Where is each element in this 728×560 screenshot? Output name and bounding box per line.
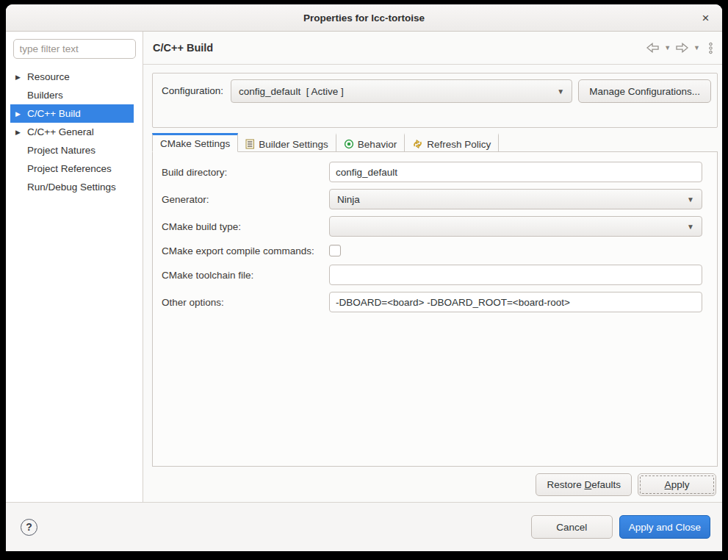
chevron-down-icon: ▼	[687, 195, 694, 204]
export-compile-commands-checkbox[interactable]	[329, 245, 341, 256]
sidebar-item-label: Project References	[27, 163, 112, 174]
expander-icon[interactable]: ▶	[15, 73, 27, 81]
properties-sidebar: ▶ Resource Builders ▶ C/C++ Build ▶ C/C+…	[6, 32, 143, 502]
export-compile-commands-label: CMake export compile commands:	[162, 245, 329, 256]
configuration-value: config_default [ Active ]	[239, 86, 551, 97]
main-pane: C/C++ Build ▼ ▼	[143, 32, 722, 502]
tab-label: CMake Settings	[160, 138, 230, 149]
filter-input[interactable]	[13, 39, 136, 59]
toolchain-file-label: CMake toolchain file:	[162, 270, 329, 281]
builder-settings-icon	[245, 139, 255, 149]
back-icon[interactable]	[646, 43, 659, 53]
dialog-actions: Cancel Apply and Close	[531, 515, 710, 539]
sidebar-item-builders[interactable]: Builders	[10, 86, 134, 104]
page-header: C/C++ Build ▼ ▼	[143, 32, 722, 65]
build-directory-input[interactable]	[329, 162, 702, 182]
toolchain-file-input[interactable]	[329, 265, 702, 285]
generator-select[interactable]: Ninja ▼	[329, 189, 702, 209]
close-icon[interactable]: ×	[696, 9, 715, 27]
generator-value: Ninja	[337, 194, 681, 205]
cmake-build-type-label: CMake build type:	[162, 221, 329, 232]
forward-icon[interactable]	[676, 43, 688, 53]
sidebar-item-label: C/C++ General	[27, 126, 94, 137]
cmake-settings-form: Build directory: Generator: Ninja ▼ CMak…	[162, 162, 702, 312]
sidebar-item-resource[interactable]: ▶ Resource	[10, 68, 134, 86]
sidebar-item-project-references[interactable]: Project References	[10, 159, 134, 178]
sidebar-item-label: Builders	[27, 90, 63, 101]
sidebar-item-label: Resource	[27, 71, 70, 82]
title-bar: Properties for lcc-tortoise ×	[6, 4, 722, 32]
sidebar-item-cpp-build[interactable]: ▶ C/C++ Build	[10, 104, 134, 123]
window-title: Properties for lcc-tortoise	[303, 12, 425, 24]
cancel-button[interactable]: Cancel	[531, 515, 613, 539]
expander-icon[interactable]: ▶	[15, 129, 27, 136]
back-history-dropdown-icon[interactable]: ▼	[664, 44, 671, 51]
refresh-policy-icon	[412, 139, 423, 149]
cmake-settings-panel: Build directory: Generator: Ninja ▼ CMak…	[152, 151, 718, 467]
sidebar-item-label: Run/Debug Settings	[27, 182, 116, 193]
forward-history-dropdown-icon[interactable]: ▼	[693, 44, 700, 51]
tab-label: Behavior	[358, 139, 397, 150]
manage-configurations-button[interactable]: Manage Configurations...	[578, 79, 711, 103]
apply-and-close-button[interactable]: Apply and Close	[619, 515, 710, 539]
chevron-down-icon: ▼	[557, 87, 564, 96]
tab-label: Refresh Policy	[427, 139, 491, 150]
configuration-group: Configuration: config_default [ Active ]…	[152, 73, 718, 128]
chevron-down-icon: ▼	[687, 223, 694, 231]
help-icon[interactable]: ?	[21, 519, 37, 536]
nav-tools: ▼ ▼	[646, 42, 713, 54]
tab-builder-settings[interactable]: Builder Settings	[238, 133, 336, 152]
other-options-label: Other options:	[162, 297, 329, 308]
configuration-select[interactable]: config_default [ Active ] ▼	[231, 79, 572, 103]
sidebar-item-cpp-general[interactable]: ▶ C/C++ General	[10, 123, 134, 141]
dialog-button-bar: ? Cancel Apply and Close	[6, 502, 722, 551]
other-options-input[interactable]	[329, 292, 702, 312]
tab-cmake-settings[interactable]: CMake Settings	[152, 133, 238, 152]
dialog-content: ▶ Resource Builders ▶ C/C++ Build ▶ C/C+…	[6, 32, 722, 502]
restore-defaults-button[interactable]: Restore Defaults	[536, 473, 632, 496]
tab-behavior[interactable]: Behavior	[336, 133, 405, 152]
panel-actions: Restore Defaults Apply	[143, 473, 716, 496]
sidebar-item-label: C/C++ Build	[27, 108, 81, 119]
build-directory-label: Build directory:	[162, 167, 329, 178]
cmake-build-type-select[interactable]: ▼	[329, 216, 702, 237]
properties-dialog: Properties for lcc-tortoise × ▶ Resource…	[6, 4, 722, 551]
behavior-icon	[344, 139, 354, 149]
page-title: C/C++ Build	[153, 42, 213, 54]
tab-refresh-policy[interactable]: Refresh Policy	[405, 133, 499, 152]
tab-label: Builder Settings	[259, 139, 328, 150]
sidebar-item-project-natures[interactable]: Project Natures	[10, 141, 134, 159]
apply-button[interactable]: Apply	[638, 473, 716, 496]
expander-icon[interactable]: ▶	[15, 110, 27, 118]
tab-bar: CMake Settings Builder Settings	[152, 133, 718, 151]
view-menu-icon[interactable]	[708, 42, 713, 54]
configuration-label: Configuration:	[162, 79, 223, 103]
sidebar-item-label: Project Natures	[27, 145, 95, 156]
export-compile-commands-cell	[329, 245, 702, 256]
sidebar-item-run-debug-settings[interactable]: Run/Debug Settings	[10, 178, 134, 196]
generator-label: Generator:	[162, 194, 329, 205]
